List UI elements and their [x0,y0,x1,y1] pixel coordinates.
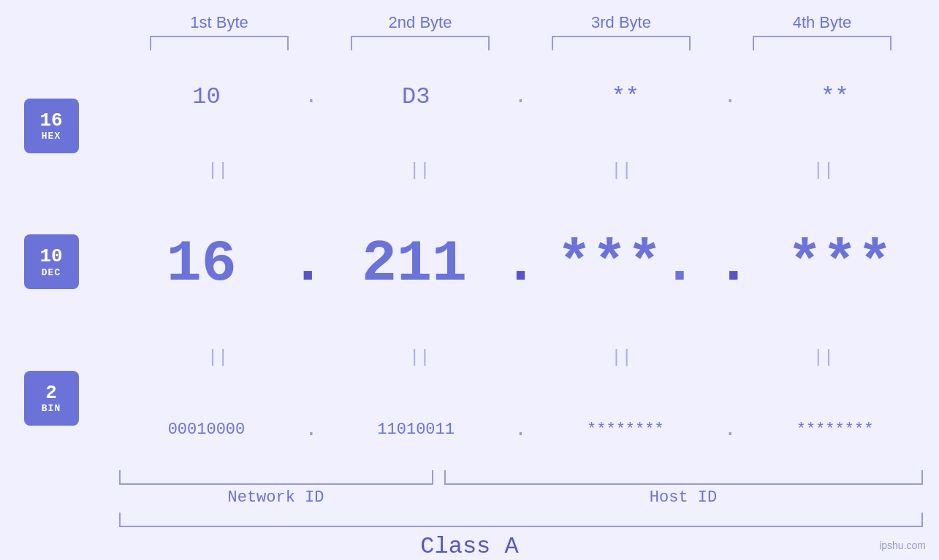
dec-val-4: *** [787,231,892,297]
dec-sep-1: . [290,231,325,297]
dec-cell-2: 211 [334,231,495,297]
watermark: ipshu.com [879,540,926,551]
dec-val-2: 211 [362,231,467,297]
eq1-2: || [339,162,500,180]
host-id-label: Host ID [444,488,923,507]
hex-sep-3: . [724,85,737,108]
byte-label-3: 3rd Byte [541,13,702,32]
bracket-2 [351,36,490,50]
dec-cell-3: ***. [547,231,707,297]
hex-cell-3: ** [545,83,706,110]
hex-cell-4: ** [755,83,916,110]
eq2-1: || [137,349,298,367]
dec-badge: 10 DEC [24,234,79,289]
class-label: Class A [420,533,518,560]
bottom-brackets [119,470,923,485]
bin-badge-num: 2 [45,383,57,404]
bin-val-4: ******** [797,421,874,439]
bin-sep-3: . [724,418,737,441]
bracket-1 [150,36,289,50]
bin-cell-4: ******** [755,421,916,439]
dec-cell-4: *** [759,231,920,297]
bin-badge-label: BIN [42,403,61,414]
main-area: 16 HEX 10 DEC 2 BIN 10 . D3 [0,58,939,467]
badges-column: 16 HEX 10 DEC 2 BIN [0,58,102,467]
eq1-3: || [541,162,702,180]
dec-badge-label: DEC [42,267,61,278]
eq1-1: || [137,162,298,180]
top-brackets [119,36,923,50]
hex-data-row: 10 . D3 . ** . ** [117,83,924,110]
equals-row-2: || || || || [117,349,924,367]
dec-sep-3: . [716,231,751,297]
dec-badge-num: 10 [39,246,62,267]
eq2-3: || [541,349,702,367]
dec-data-row: 16 . 211 . ***. . *** [117,231,924,297]
bin-cell-3: ******** [545,421,706,439]
bin-sep-2: . [514,418,527,441]
host-bracket [444,470,923,485]
data-rows-area: 10 . D3 . ** . ** || || || || [102,58,939,467]
equals-row-1: || || || || [117,162,924,180]
hex-cell-1: 10 [126,83,286,110]
big-bracket-row [119,513,923,527]
network-bracket [119,470,433,485]
hex-sep-1: . [305,85,317,108]
hex-val-1: 10 [192,83,220,110]
dec-val-3: ***. [557,231,697,297]
hex-val-2: D3 [402,83,430,110]
dec-cell-1: 16 [121,231,282,297]
dec-val-1: 16 [167,231,237,297]
id-labels-row: Network ID Host ID [119,488,923,507]
byte-label-1: 1st Byte [139,13,300,32]
bracket-4 [753,36,892,50]
hex-cell-2: D3 [335,83,496,110]
bin-val-1: 00010000 [168,421,246,439]
eq1-4: || [743,162,904,180]
eq2-4: || [743,349,904,367]
eq2-2: || [339,349,500,367]
big-bracket [119,513,923,527]
bin-data-row: 00010000 . 11010011 . ******** . *******… [117,418,924,441]
hex-badge-label: HEX [42,131,61,142]
bin-val-2: 11010011 [377,421,455,439]
hex-sep-2: . [514,85,527,108]
bin-sep-1: . [305,418,317,441]
hex-badge-num: 16 [39,110,62,131]
main-container: 1st Byte 2nd Byte 3rd Byte 4th Byte 16 H… [0,0,939,560]
byte-label-4: 4th Byte [742,13,902,32]
bin-badge: 2 BIN [24,371,79,426]
byte-labels-row: 1st Byte 2nd Byte 3rd Byte 4th Byte [119,0,923,32]
byte-label-2: 2nd Byte [340,13,501,32]
bin-cell-1: 00010000 [126,421,286,439]
hex-val-3: ** [612,83,639,110]
bin-cell-2: 11010011 [335,421,496,439]
network-id-label: Network ID [119,488,433,507]
hex-val-4: ** [821,83,848,110]
bin-val-3: ******** [587,421,664,439]
dec-sep-2: . [503,231,538,297]
bracket-3 [552,36,691,50]
hex-badge: 16 HEX [24,99,79,153]
